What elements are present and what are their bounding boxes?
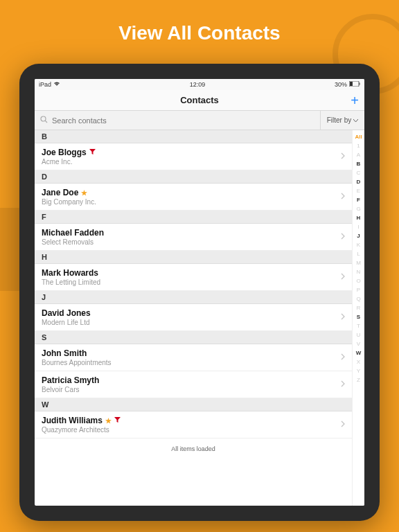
index-letter[interactable]: M	[356, 259, 361, 267]
index-letter[interactable]: W	[356, 349, 362, 357]
index-letter[interactable]: H	[357, 214, 361, 222]
section-header: F	[35, 211, 352, 224]
chevron-right-icon	[341, 152, 345, 161]
contact-company: Quazymore Architects	[42, 426, 341, 434]
contact-row[interactable]: Judith Williams★Quazymore Architects	[35, 411, 352, 438]
svg-rect-1	[350, 82, 353, 86]
chevron-right-icon	[341, 353, 345, 362]
index-letter[interactable]: I	[357, 223, 359, 231]
contact-row[interactable]: Joe BloggsAcme Inc.	[35, 143, 352, 170]
content-body: BJoe BloggsAcme Inc.DJane Doe★Big Compan…	[35, 130, 364, 506]
chevron-right-icon	[341, 380, 345, 389]
contact-company: Acme Inc.	[42, 158, 341, 166]
index-letter[interactable]: N	[357, 268, 361, 276]
contact-row[interactable]: Jane Doe★Big Company Inc.	[35, 184, 352, 211]
section-header: S	[35, 331, 352, 344]
index-letter[interactable]: G	[356, 205, 360, 213]
contact-row[interactable]: Mark HowardsThe Letting Limited	[35, 264, 352, 291]
chevron-down-icon	[353, 116, 358, 124]
battery-percent: 30%	[335, 81, 347, 88]
star-icon: ★	[81, 189, 87, 197]
contact-company: Belvoir Cars	[42, 386, 341, 393]
svg-point-3	[41, 116, 46, 121]
index-letter[interactable]: D	[357, 178, 361, 186]
clock: 12:09	[190, 81, 206, 88]
index-letter[interactable]: O	[356, 277, 360, 285]
row-text: Patricia SmythBelvoir Cars	[42, 375, 341, 393]
index-letter[interactable]: Z	[357, 376, 360, 384]
battery-icon	[349, 81, 360, 88]
device-frame: iPad 12:09 30% Contacts +	[19, 64, 380, 521]
filter-label: Filter by	[327, 116, 352, 124]
nav-bar: Contacts +	[35, 90, 364, 111]
index-letter[interactable]: B	[357, 160, 361, 168]
index-letter[interactable]: S	[357, 313, 360, 321]
section-header: H	[35, 251, 352, 264]
filter-button[interactable]: Filter by	[320, 111, 364, 130]
row-text: Jane Doe★Big Company Inc.	[42, 188, 341, 206]
index-letter[interactable]: L	[357, 250, 360, 258]
section-header: D	[35, 170, 352, 184]
index-letter[interactable]: All	[355, 133, 362, 141]
index-letter[interactable]: 1	[357, 142, 360, 150]
row-text: David JonesModern Life Ltd	[42, 308, 341, 326]
index-letter[interactable]: T	[357, 322, 360, 330]
contact-company: Select Removals	[42, 238, 341, 246]
contact-name: Joe Bloggs	[42, 148, 341, 157]
contact-name: Judith Williams★	[42, 416, 341, 425]
contact-list[interactable]: BJoe BloggsAcme Inc.DJane Doe★Big Compan…	[35, 130, 352, 506]
contact-row[interactable]: John SmithBournes Appointments	[35, 344, 352, 371]
contact-company: Modern Life Ltd	[42, 319, 341, 326]
contact-row[interactable]: David JonesModern Life Ltd	[35, 304, 352, 331]
contact-name: Patricia Smyth	[42, 375, 341, 385]
index-letter[interactable]: U	[357, 331, 361, 339]
contact-company: The Letting Limited	[42, 278, 341, 286]
alpha-index[interactable]: All1ABCDEFGHIJKLMNOPQRSTUVWXYZ	[352, 130, 364, 506]
screen: iPad 12:09 30% Contacts +	[35, 79, 364, 506]
funnel-icon	[89, 149, 96, 157]
index-letter[interactable]: V	[357, 340, 360, 348]
index-letter[interactable]: C	[357, 169, 361, 177]
index-letter[interactable]: A	[357, 151, 360, 159]
row-text: Judith Williams★Quazymore Architects	[42, 416, 341, 434]
index-letter[interactable]: E	[357, 187, 360, 195]
index-letter[interactable]: K	[357, 241, 360, 249]
row-text: Michael FaddenSelect Removals	[42, 228, 341, 246]
row-text: Mark HowardsThe Letting Limited	[42, 268, 341, 286]
chevron-right-icon	[341, 420, 345, 429]
contact-name: David Jones	[42, 308, 341, 318]
svg-line-4	[45, 121, 47, 123]
contact-company: Big Company Inc.	[42, 198, 341, 206]
chevron-right-icon	[341, 272, 345, 282]
contact-name: Michael Fadden	[42, 228, 341, 238]
contact-name: Jane Doe★	[42, 188, 341, 197]
status-bar: iPad 12:09 30%	[35, 79, 364, 90]
search-input[interactable]	[52, 116, 314, 125]
search-row: Filter by	[35, 111, 364, 130]
search-box[interactable]	[35, 111, 320, 130]
index-letter[interactable]: F	[357, 196, 360, 204]
contact-name: Mark Howards	[42, 268, 341, 278]
contact-row[interactable]: Patricia SmythBelvoir Cars	[35, 371, 352, 398]
chevron-right-icon	[341, 232, 345, 242]
index-letter[interactable]: J	[357, 232, 360, 240]
footer-message: All items loaded	[35, 438, 352, 459]
index-letter[interactable]: Q	[356, 295, 360, 303]
funnel-icon	[114, 417, 121, 425]
index-letter[interactable]: R	[357, 304, 361, 312]
chevron-right-icon	[341, 192, 345, 202]
row-text: John SmithBournes Appointments	[42, 348, 341, 366]
row-text: Joe BloggsAcme Inc.	[42, 148, 341, 166]
section-header: J	[35, 291, 352, 304]
index-letter[interactable]: X	[357, 358, 360, 366]
section-header: W	[35, 398, 352, 411]
index-letter[interactable]: Y	[357, 367, 360, 375]
contact-company: Bournes Appointments	[42, 359, 341, 366]
add-contact-button[interactable]: +	[351, 93, 359, 109]
wifi-icon	[53, 81, 60, 88]
chevron-right-icon	[341, 312, 345, 322]
contact-row[interactable]: Michael FaddenSelect Removals	[35, 224, 352, 251]
promo-banner: View All Contacts	[0, 0, 399, 64]
index-letter[interactable]: P	[357, 286, 360, 294]
page-title: Contacts	[180, 95, 219, 105]
